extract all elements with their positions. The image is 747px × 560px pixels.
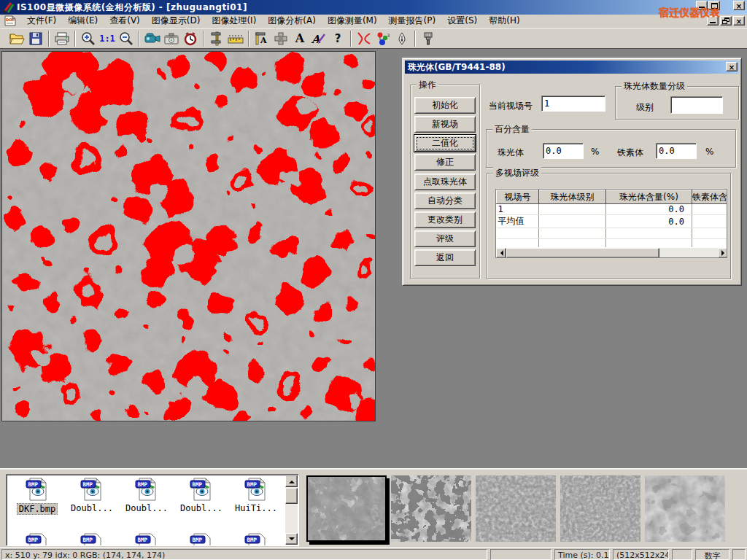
col-ferrite-content[interactable]: 铁素体含量(%) xyxy=(692,190,728,204)
colored-markers-icon: 3 xyxy=(375,31,391,46)
bmp-file-icon: BMP xyxy=(80,478,104,501)
mdi-restore-button[interactable] xyxy=(720,16,732,26)
table-horizontal-scrollbar[interactable] xyxy=(496,247,727,257)
file-name[interactable]: Doubl... xyxy=(69,503,115,513)
print-button[interactable] xyxy=(53,29,71,47)
menu-item-image-processing[interactable]: 图像处理(I) xyxy=(206,14,262,28)
pick-pearlite-button[interactable]: 点取珠光体 xyxy=(414,174,476,190)
menu-item-measure-report[interactable]: 测量报告(P) xyxy=(383,14,442,28)
menu-item-view[interactable]: 查看(V) xyxy=(104,14,146,28)
merge-grid-button[interactable] xyxy=(271,29,290,47)
mdi-close-button[interactable]: × xyxy=(733,16,745,26)
file-item-clipped[interactable]: BMP xyxy=(174,533,228,546)
scroll-up-button[interactable] xyxy=(285,475,298,487)
annotate-button[interactable]: A xyxy=(309,29,328,47)
zoom-out-button[interactable] xyxy=(117,29,136,47)
menu-item-image-analysis[interactable]: 图像分析(A) xyxy=(262,14,322,28)
thumbnail-3[interactable] xyxy=(476,475,556,542)
file-item-clipped[interactable]: BMP xyxy=(120,533,174,546)
caliper-vertical-button[interactable] xyxy=(207,29,226,47)
current-field-input[interactable] xyxy=(541,96,605,112)
return-button[interactable]: 返回 xyxy=(414,249,476,266)
rating-table-wrap: 视场号 珠光体级别 珠光体含量(%) 铁素体含量(%) 1 0.0 平均值 0.… xyxy=(495,189,727,258)
rate-button[interactable]: 评级 xyxy=(414,230,476,247)
one-to-one-icon: 1:1 xyxy=(99,34,115,44)
file-item[interactable]: BMP Doubl... xyxy=(174,478,228,513)
file-item-clipped[interactable]: BMP xyxy=(229,533,283,546)
status-panel-empty xyxy=(732,549,746,560)
file-item-clipped[interactable]: BMP xyxy=(65,533,119,546)
change-class-button[interactable]: 更改类别 xyxy=(414,211,476,228)
menu-item-file[interactable]: 文件(F) xyxy=(21,14,62,28)
file-name[interactable]: DKF.bmp xyxy=(17,503,58,515)
file-name[interactable]: Doubl... xyxy=(179,503,224,513)
actual-size-button[interactable]: 1:1 xyxy=(98,29,117,47)
menu-item-settings[interactable]: 设置(S) xyxy=(441,14,483,28)
file-item[interactable]: BMP Doubl... xyxy=(120,478,174,513)
new-field-button[interactable]: 新视场 xyxy=(414,116,476,133)
col-field-number[interactable]: 视场号 xyxy=(497,190,539,204)
save-button[interactable] xyxy=(26,29,45,47)
file-item[interactable]: BMP Doubl... xyxy=(65,478,119,513)
measure-text-button[interactable]: A xyxy=(252,29,271,47)
ruler-horizontal-button[interactable] xyxy=(226,29,245,47)
svg-text:BMP: BMP xyxy=(82,537,93,543)
open-button[interactable] xyxy=(7,29,26,47)
file-item-clipped[interactable]: BMP xyxy=(10,533,64,546)
window-title: IS100显微摄像系统(金相分析版) - [zhuguangti01] xyxy=(17,1,247,14)
auto-classify-button[interactable]: 自动分类 xyxy=(414,192,476,209)
cell-grade xyxy=(539,204,606,215)
help-button[interactable]: ? xyxy=(328,29,347,47)
file-list[interactable]: BMP DKF.bmp BMP Doubl... BMP Doubl... xyxy=(6,474,299,546)
file-item[interactable]: BMP DKF.bmp xyxy=(10,478,64,515)
menu-item-image-measure[interactable]: 图像测量(M) xyxy=(322,14,383,28)
micrograph-image[interactable] xyxy=(1,51,376,421)
correct-button[interactable]: 修正 xyxy=(414,154,476,171)
bmp-file-icon: BMP xyxy=(244,478,268,501)
menu-item-help[interactable]: 帮助(H) xyxy=(483,14,525,28)
col-pearlite-content[interactable]: 珠光体含量(%) xyxy=(606,190,692,204)
status-panel-empty xyxy=(490,549,551,560)
thumbnail-4[interactable] xyxy=(560,475,640,542)
zoom-in-button[interactable] xyxy=(79,29,98,47)
svg-text:BMP: BMP xyxy=(137,537,147,543)
count-markers-button[interactable]: 3 xyxy=(374,29,392,47)
file-name[interactable]: Doubl... xyxy=(124,503,169,513)
file-list-scrollbar[interactable] xyxy=(285,475,298,545)
scrollbar-thumb[interactable] xyxy=(285,488,298,504)
file-item[interactable]: BMP HuiTi... xyxy=(229,478,283,513)
window-close-button[interactable]: × xyxy=(733,1,745,10)
file-name[interactable]: HuiTi... xyxy=(233,503,279,513)
title-bar[interactable]: IS100显微摄像系统(金相分析版) - [zhuguangti01] xyxy=(0,0,747,15)
scroll-down-button[interactable] xyxy=(285,533,298,545)
pearlite-percent-input[interactable] xyxy=(543,143,584,159)
col-pearlite-grade[interactable]: 珠光体级别 xyxy=(539,190,606,204)
video-capture-button[interactable] xyxy=(143,29,162,47)
cell-field: 平均值 xyxy=(497,215,539,228)
arrow-up-icon xyxy=(289,478,295,483)
snapshot-button[interactable] xyxy=(162,29,181,47)
text-tool-button[interactable]: A xyxy=(290,29,309,47)
menu-bar: DOC 文件(F) 编辑(E) 查看(V) 图像显示(D) 图像处理(I) 图像… xyxy=(0,15,747,28)
scroll-left-button[interactable] xyxy=(496,248,506,258)
menu-item-edit[interactable]: 编辑(E) xyxy=(62,14,104,28)
draw-pen-button[interactable] xyxy=(392,29,411,47)
image-size-status: (512x512x24) xyxy=(613,549,669,560)
thumbnail-5[interactable] xyxy=(645,475,725,542)
curve-erase-button[interactable] xyxy=(355,29,374,47)
brush-button[interactable] xyxy=(419,29,438,47)
ferrite-percent-input[interactable] xyxy=(656,143,697,159)
thumbnail-2[interactable] xyxy=(391,475,471,542)
binarize-button[interactable]: 二值化 xyxy=(414,135,476,152)
arrow-right-icon xyxy=(721,250,727,256)
thumbnail-1[interactable] xyxy=(306,475,387,542)
timer-button[interactable] xyxy=(181,29,200,47)
dialog-title-bar[interactable]: 珠光体(GB/T9441-88) xyxy=(405,61,739,74)
scrollbar-thumb[interactable] xyxy=(506,248,659,258)
menu-item-image-display[interactable]: 图像显示(D) xyxy=(146,14,206,28)
initialize-button[interactable]: 初始化 xyxy=(414,97,476,114)
grade-input[interactable] xyxy=(670,96,723,114)
scroll-right-button[interactable] xyxy=(718,248,727,258)
dialog-close-button[interactable]: × xyxy=(726,62,738,71)
toolbar-separator xyxy=(139,31,140,47)
